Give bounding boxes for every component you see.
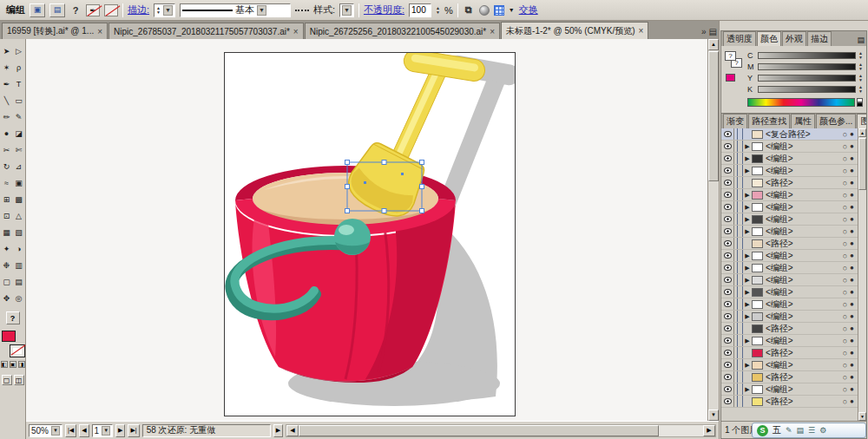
channel-slider[interactable] (758, 63, 856, 70)
layer-row[interactable]: <路径>○● (721, 177, 858, 189)
document-tab[interactable]: 未标题-1-2* @ 50% (CMYK/预览)× (501, 22, 648, 39)
screen-mode-normal-button[interactable]: ▢ (2, 375, 12, 385)
panel-menu-icon[interactable]: ▤ (857, 36, 865, 46)
expand-arrow-icon[interactable]: ▶ (743, 313, 752, 320)
tab-appearance[interactable]: 外观 (782, 31, 806, 46)
prev-page-button[interactable]: ◀ (79, 424, 89, 437)
expand-arrow-icon[interactable]: ▶ (743, 265, 752, 272)
expand-arrow-icon[interactable]: ▶ (743, 167, 752, 174)
scissors-tool[interactable]: ✂ (1, 141, 13, 158)
layer-row[interactable]: ▶<编组>○● (721, 262, 858, 274)
stroke-link[interactable]: 描边: (128, 3, 149, 16)
visibility-toggle[interactable] (721, 371, 734, 383)
layer-row[interactable]: ▶<编组>○● (721, 286, 858, 298)
target-circle-icon[interactable]: ○ (840, 215, 850, 224)
layer-row[interactable]: ▶<编组>○● (721, 250, 858, 262)
layer-row[interactable]: ▶<编组>○● (721, 189, 858, 201)
spinner-down-icon[interactable]: ▼ (858, 78, 863, 82)
target-circle-icon[interactable]: ○ (840, 373, 850, 382)
target-circle-icon[interactable]: ○ (840, 324, 850, 333)
spinner-down-icon[interactable]: ▼ (858, 89, 863, 94)
layer-row[interactable]: ▶<编组>○● (721, 383, 858, 396)
gradient-mode-button[interactable]: ▣ (10, 361, 16, 368)
tab-close-button[interactable]: × (97, 27, 102, 36)
perspective-grid-tool[interactable]: △ (13, 207, 25, 224)
channel-slider[interactable] (758, 75, 856, 82)
pencil-tool[interactable]: ✎ (13, 108, 25, 125)
color-spectrum-bar[interactable] (747, 98, 855, 107)
visibility-toggle[interactable] (721, 383, 734, 395)
target-circle-icon[interactable]: ○ (840, 300, 850, 309)
expand-arrow-icon[interactable]: ▶ (743, 192, 752, 199)
target-circle-icon[interactable]: ○ (840, 167, 850, 175)
expand-arrow-icon[interactable]: ▶ (743, 228, 752, 235)
layer-row[interactable]: ▶<编组>○● (721, 298, 858, 311)
grid-dropdown-arrow[interactable]: ▼ (509, 7, 515, 13)
page-combo[interactable]: 1▼ (92, 424, 114, 437)
color-proxy[interactable]: ? ? (725, 49, 744, 110)
visibility-toggle[interactable] (721, 189, 734, 200)
ime-menu-icon[interactable]: ☰ (808, 426, 815, 435)
expand-arrow-icon[interactable]: ▶ (743, 337, 752, 344)
target-circle-icon[interactable]: ○ (840, 385, 850, 394)
recolor-artwork-icon[interactable] (479, 5, 490, 16)
current-color-swatch[interactable] (726, 74, 735, 82)
visibility-toggle[interactable] (721, 226, 734, 237)
scroll-down-button[interactable]: ▼ (708, 410, 719, 421)
layer-row[interactable]: <路径>○● (721, 371, 858, 383)
layer-row[interactable]: ▶<编组>○● (721, 201, 858, 213)
scroll-up-button[interactable]: ▲ (708, 39, 719, 50)
align-grid-icon[interactable] (494, 5, 504, 16)
slice-tool[interactable]: ▤ (13, 273, 25, 290)
last-page-button[interactable]: ▶| (128, 424, 139, 437)
expand-arrow-icon[interactable]: ▶ (743, 252, 752, 259)
canvas-pasteboard[interactable]: ▲ ▼ (26, 39, 719, 421)
next-page-button[interactable]: ▶ (115, 424, 125, 437)
zoom-tool[interactable]: ◎ (13, 290, 25, 306)
layers-scrollbar[interactable]: ▲ ▼ (858, 128, 866, 421)
visibility-toggle[interactable] (721, 201, 734, 213)
layer-row[interactable]: <路径>○● (721, 396, 858, 408)
layers-scroll-up-button[interactable]: ▲ (858, 128, 866, 137)
visibility-toggle[interactable] (721, 323, 734, 334)
ime-keyboard-icon[interactable]: ▤ (797, 426, 805, 435)
expand-arrow-icon[interactable]: ▶ (743, 277, 752, 284)
swap-link[interactable]: 交换 (519, 3, 538, 16)
target-circle-icon[interactable]: ○ (840, 191, 850, 200)
layer-row[interactable]: ▶<编组>○● (721, 141, 858, 153)
tab-gradient[interactable]: 渐变 (723, 114, 747, 128)
shape-builder-tool[interactable]: ⊞ (1, 191, 13, 207)
horizontal-scrollbar[interactable]: ◀ ▶ (286, 424, 716, 437)
tab-overflow-icon[interactable]: » (701, 27, 707, 36)
target-circle-icon[interactable]: ○ (840, 312, 850, 321)
paintbrush-tool[interactable]: ✏ (1, 108, 13, 125)
layer-row[interactable]: ▶<编组>○● (721, 213, 858, 226)
tab-transparency[interactable]: 透明度 (723, 31, 756, 46)
visibility-toggle[interactable] (721, 165, 734, 176)
target-circle-icon[interactable]: ○ (840, 154, 850, 163)
black-white-swatches[interactable] (857, 98, 863, 107)
visibility-toggle[interactable] (721, 347, 734, 358)
edit-contents-button[interactable]: ▤ (49, 3, 65, 17)
expand-arrow-icon[interactable]: ▶ (743, 289, 752, 296)
fill-none-icon[interactable]: ✒ (86, 4, 100, 16)
tab-attributes[interactable]: 属性 (791, 114, 815, 128)
target-circle-icon[interactable]: ○ (840, 252, 850, 260)
spinner-down-icon[interactable]: ▼ (858, 56, 863, 60)
target-circle-icon[interactable]: ○ (840, 227, 850, 236)
target-circle-icon[interactable]: ○ (840, 349, 850, 357)
stroke-color-swatch[interactable] (10, 345, 24, 357)
vertical-scrollbar[interactable]: ▲ ▼ (707, 39, 719, 421)
spinner-down-icon[interactable]: ▼ (858, 67, 863, 71)
target-circle-icon[interactable]: ○ (840, 397, 850, 406)
ime-mode-label[interactable]: 五 (773, 424, 781, 436)
graph-tool[interactable]: ▥ (13, 257, 25, 273)
layer-row[interactable]: <复合路径>○● (721, 128, 858, 141)
visibility-toggle[interactable] (721, 396, 734, 407)
scroll-left-button[interactable]: ◀ (286, 425, 299, 436)
fill-color-swatch[interactable] (2, 331, 16, 342)
gradient-tool[interactable]: ▧ (13, 224, 25, 240)
layer-row[interactable]: ▶<编组>○● (721, 311, 858, 323)
zoom-combo[interactable]: 50%▼ (29, 424, 62, 437)
target-circle-icon[interactable]: ○ (840, 361, 850, 370)
